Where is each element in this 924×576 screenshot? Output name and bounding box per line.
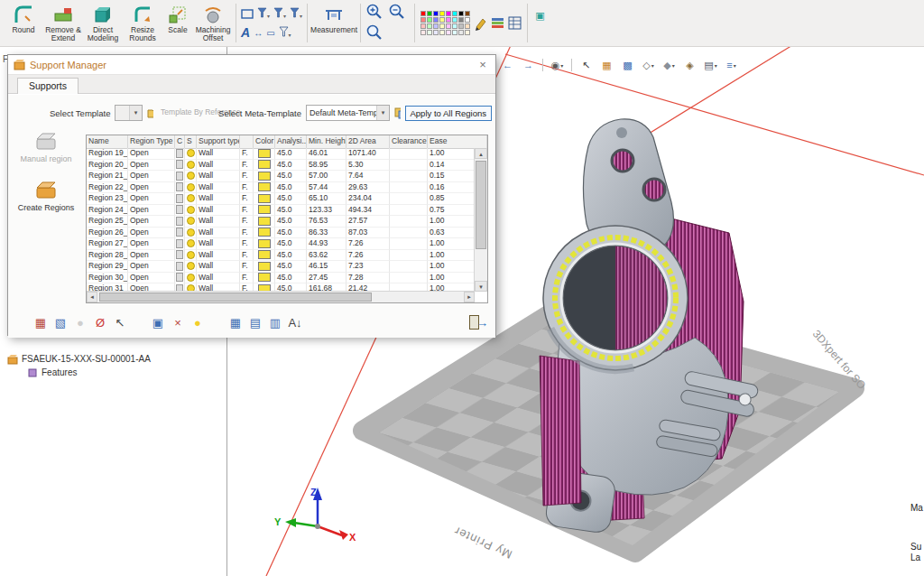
display-colors-icon[interactable]: ▩ — [618, 57, 637, 74]
dimension-tool-icon[interactable]: ↔ — [254, 28, 263, 38]
manual-region-button[interactable]: Manual region — [8, 131, 84, 163]
column-header[interactable]: S — [185, 135, 197, 148]
docked-panel-label[interactable]: Su — [910, 542, 924, 552]
region-color-swatch[interactable] — [258, 262, 271, 271]
column-header[interactable]: Name — [87, 135, 128, 148]
pick-filter-icon[interactable]: ↖ — [577, 57, 596, 74]
region-row[interactable]: Region 27_1OpenWallF.45.044.937.261.00 — [87, 238, 475, 250]
apply-to-all-regions-button[interactable]: Apply to All Regions — [405, 106, 493, 121]
clip-icon[interactable] — [176, 182, 183, 191]
palette-color-swatch[interactable] — [446, 11, 451, 16]
region-row[interactable]: Region 26_1OpenWallF.45.086.3387.030.63 — [87, 228, 475, 239]
palette-color-swatch[interactable] — [452, 17, 457, 23]
palette-color-swatch[interactable] — [458, 23, 464, 29]
region-color-swatch[interactable] — [258, 273, 271, 282]
wireframe-mode-icon[interactable]: ◇▾ — [639, 57, 658, 74]
resize-rounds-button[interactable]: Resize Rounds — [123, 2, 162, 44]
zoom-window-icon[interactable] — [365, 23, 383, 42]
measurement-button[interactable]: Measurement — [310, 2, 357, 44]
palette-color-swatch[interactable] — [420, 11, 426, 16]
vertical-scroll-thumb[interactable] — [476, 161, 486, 249]
vertical-scrollbar[interactable]: ▴ ▾ — [474, 148, 487, 292]
annotations-icon[interactable]: ◈ — [680, 57, 699, 74]
undo-view-icon[interactable]: ← — [498, 57, 517, 74]
tree-child-item[interactable]: Features — [27, 366, 151, 379]
region-row[interactable]: Region 28_1OpenWallF.45.063.627.261.00 — [87, 250, 475, 262]
palette-color-swatch[interactable] — [465, 11, 470, 16]
zoom-out-icon[interactable] — [388, 3, 406, 21]
palette-color-swatch[interactable] — [433, 30, 439, 35]
column-header[interactable]: Color — [254, 135, 275, 148]
regions-table[interactable]: NameRegion TypeCSSupport typeColorAnalys… — [86, 135, 488, 303]
palette-color-swatch[interactable] — [439, 11, 445, 16]
redo-view-icon[interactable]: → — [519, 57, 538, 74]
bulb-icon[interactable] — [187, 161, 195, 169]
region-row[interactable]: Region 24_1OpenWallF.45.0123.33494.340.7… — [87, 205, 475, 217]
sketch-region-icon[interactable]: ▧ — [53, 317, 68, 329]
column-header[interactable] — [240, 135, 254, 148]
direct-modeling-button[interactable]: Direct Modeling — [83, 2, 123, 44]
delete-region-icon[interactable]: × — [171, 317, 185, 329]
visibility-eye-icon[interactable]: ◉▾ — [548, 57, 567, 74]
clip-icon[interactable] — [176, 172, 183, 181]
tab-supports[interactable]: Supports — [17, 78, 79, 94]
palette-color-swatch[interactable] — [452, 11, 457, 16]
palette-color-swatch[interactable] — [433, 11, 439, 16]
region-color-swatch[interactable] — [258, 228, 271, 237]
palette-color-swatch[interactable] — [439, 17, 445, 23]
clip-icon[interactable] — [176, 149, 183, 158]
table-search-icon[interactable]: ▥ — [268, 317, 282, 329]
column-header[interactable]: C — [175, 135, 185, 148]
exit-icon[interactable]: → — [469, 315, 488, 330]
region-row[interactable]: Region 22_1OpenWallF.45.057.4429.630.16 — [87, 182, 475, 194]
dialog-titlebar[interactable]: Support Manager × — [8, 55, 495, 75]
docked-panel-label[interactable]: Ma — [910, 503, 924, 513]
paint-region-icon[interactable]: ▦ — [33, 317, 48, 329]
region-color-swatch[interactable] — [258, 172, 271, 181]
region-color-swatch[interactable] — [258, 217, 271, 226]
filter-funnel-icon[interactable]: ▾ — [279, 24, 291, 41]
palette-color-swatch[interactable] — [420, 23, 426, 29]
bulb-icon[interactable] — [187, 274, 195, 282]
palette-color-swatch[interactable] — [439, 23, 445, 29]
bulb-icon[interactable] — [187, 149, 195, 157]
meta-template-icon[interactable] — [394, 107, 401, 119]
palette-color-swatch[interactable] — [427, 17, 432, 23]
clip-icon[interactable] — [176, 228, 183, 237]
region-row[interactable]: Region 30_1OpenWallF.45.027.457.281.00 — [87, 273, 475, 284]
palette-color-swatch[interactable] — [427, 23, 432, 29]
template-by-reference-button[interactable]: Template By Reference — [158, 107, 214, 119]
bulb-icon[interactable] — [187, 206, 195, 214]
bulb-icon[interactable] — [187, 172, 195, 180]
palette-color-swatch[interactable] — [446, 30, 451, 35]
palette-color-swatch[interactable] — [446, 17, 451, 23]
region-color-swatch[interactable] — [258, 205, 271, 214]
grid-display-icon[interactable]: ▤▾ — [701, 57, 720, 74]
horizontal-scroll-thumb[interactable] — [99, 293, 372, 302]
region-color-swatch[interactable] — [258, 160, 271, 169]
support-manager-dialog[interactable]: Support Manager × Supports Select Templa… — [7, 54, 496, 336]
region-row[interactable]: Region 21_1OpenWallF.45.057.007.640.15 — [87, 171, 475, 182]
filter-funnel-icon[interactable]: ▾ — [290, 5, 302, 22]
zoom-in-icon[interactable] — [365, 3, 383, 21]
clip-icon[interactable] — [176, 205, 183, 214]
machining-offset-button[interactable]: Machining Offset — [193, 2, 233, 44]
clip-icon[interactable] — [176, 217, 183, 226]
round-button[interactable]: Round — [4, 2, 43, 44]
palette-color-swatch[interactable] — [433, 17, 439, 23]
palette-color-swatch[interactable] — [420, 17, 426, 23]
style-copy-icon[interactable]: ▣ — [531, 7, 550, 24]
region-color-swatch[interactable] — [258, 149, 271, 158]
create-regions-button[interactable]: Create Regions — [8, 180, 84, 212]
color-pencil-icon[interactable] — [474, 15, 487, 31]
table-edit-icon[interactable]: ▤ — [248, 317, 263, 329]
bulb-off-icon[interactable]: ● — [73, 317, 88, 329]
palette-color-swatch[interactable] — [465, 30, 470, 35]
horizontal-scrollbar[interactable]: ◂ ▸ — [87, 291, 475, 302]
palette-color-swatch[interactable] — [427, 30, 432, 35]
shaded-mode-icon[interactable]: ◆▾ — [660, 57, 679, 74]
template-dropdown[interactable]: ▾ — [115, 105, 143, 121]
bulb-icon[interactable] — [187, 217, 195, 225]
clip-icon[interactable] — [176, 262, 183, 271]
bulb-slash-icon[interactable]: Ø — [93, 317, 107, 329]
